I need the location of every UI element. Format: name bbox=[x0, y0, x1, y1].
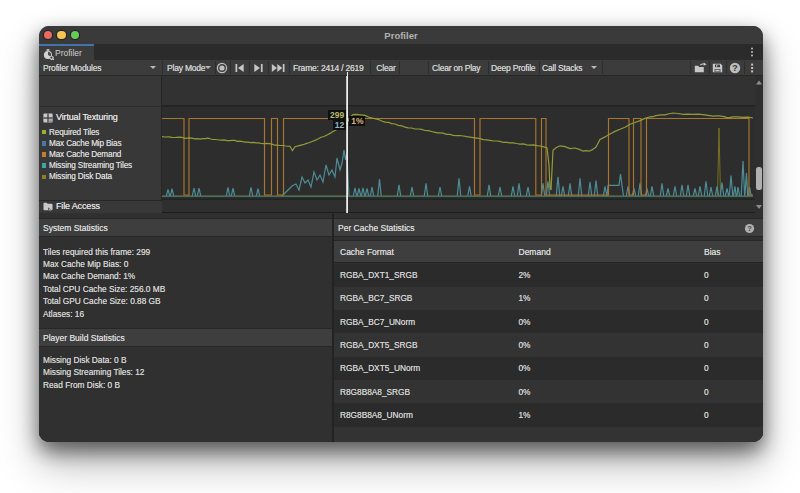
svg-text:?: ? bbox=[747, 224, 752, 233]
svg-text:?: ? bbox=[732, 63, 737, 73]
